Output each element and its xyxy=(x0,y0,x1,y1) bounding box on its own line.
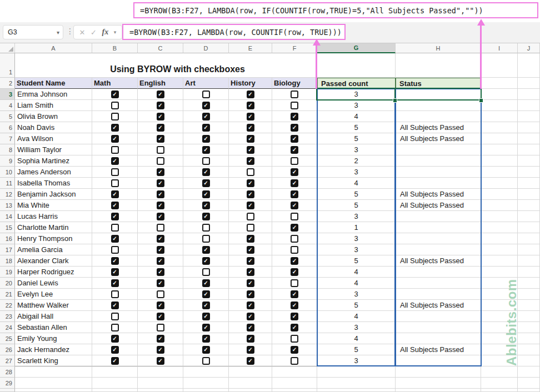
checkbox-F8-checked[interactable]: ✓ xyxy=(291,146,298,154)
checkbox-B25-checked[interactable]: ✓ xyxy=(111,335,119,343)
cell-C9[interactable] xyxy=(138,155,183,167)
cell-A3[interactable]: Emma Johnson xyxy=(15,89,92,100)
cell-I4[interactable] xyxy=(481,100,518,111)
checkbox-B17-unchecked[interactable] xyxy=(111,246,119,254)
cell-B15[interactable] xyxy=(92,222,138,233)
cell-G14[interactable]: 3 xyxy=(317,211,396,222)
row-header-10[interactable]: 10 xyxy=(0,167,15,178)
cell-H17[interactable] xyxy=(396,244,481,255)
cell-G5[interactable]: 4 xyxy=(317,111,396,122)
cell-E16[interactable]: ✓ xyxy=(229,233,272,244)
cell-C5[interactable]: ✓ xyxy=(138,111,183,122)
row-header-1[interactable]: 1 xyxy=(0,53,15,78)
cell-H15[interactable] xyxy=(396,222,481,233)
cell-E21[interactable]: ✓ xyxy=(229,289,272,300)
cell-D19[interactable] xyxy=(183,267,229,278)
header-status[interactable]: Status xyxy=(396,78,481,89)
cell-A14[interactable]: Lucas Harris xyxy=(15,211,92,222)
checkbox-D24-checked[interactable]: ✓ xyxy=(202,324,210,331)
cell-G8[interactable]: 3 xyxy=(317,144,396,155)
cell-H24[interactable] xyxy=(396,322,481,333)
checkbox-D18-checked[interactable]: ✓ xyxy=(202,257,210,265)
cell-H25[interactable] xyxy=(396,333,481,344)
row-header-12[interactable]: 12 xyxy=(0,189,15,200)
cell-F16[interactable] xyxy=(272,233,317,244)
cell-C19[interactable]: ✓ xyxy=(138,267,183,278)
checkbox-E12-checked[interactable]: ✓ xyxy=(247,190,254,198)
cell-F25[interactable] xyxy=(272,333,317,344)
checkbox-E16-checked[interactable]: ✓ xyxy=(247,235,254,243)
checkbox-E23-checked[interactable]: ✓ xyxy=(247,313,254,320)
cell-J22[interactable] xyxy=(518,300,540,311)
checkbox-E10-unchecked[interactable] xyxy=(247,168,254,176)
checkbox-F16-unchecked[interactable] xyxy=(291,235,298,243)
checkbox-B15-unchecked[interactable] xyxy=(111,224,119,232)
checkbox-B19-checked[interactable]: ✓ xyxy=(111,268,119,276)
cell-H10[interactable] xyxy=(396,167,481,178)
checkbox-B21-unchecked[interactable] xyxy=(111,290,119,298)
checkbox-E9-checked[interactable]: ✓ xyxy=(247,157,254,165)
checkbox-F24-checked[interactable]: ✓ xyxy=(291,324,298,331)
row-header-13[interactable]: 13 xyxy=(0,200,15,211)
cell-J1[interactable] xyxy=(518,53,540,78)
checkbox-B24-unchecked[interactable] xyxy=(111,324,119,331)
cell-F4[interactable] xyxy=(272,100,317,111)
cell-D26[interactable]: ✓ xyxy=(183,344,229,355)
cell-H8[interactable] xyxy=(396,144,481,155)
cell-C6[interactable]: ✓ xyxy=(138,122,183,133)
cell-H12[interactable]: All Subjects Passed xyxy=(396,189,481,200)
cell-I10[interactable] xyxy=(481,167,518,178)
checkbox-B13-checked[interactable]: ✓ xyxy=(111,202,119,209)
checkbox-B8-unchecked[interactable] xyxy=(111,146,119,154)
header-subject-biology[interactable]: Biology xyxy=(272,78,317,89)
cell-G15[interactable]: 1 xyxy=(317,222,396,233)
cell-G3[interactable]: 3 xyxy=(317,89,396,100)
checkbox-E11-checked[interactable]: ✓ xyxy=(247,179,254,187)
cell-D22[interactable]: ✓ xyxy=(183,300,229,311)
checkbox-C6-checked[interactable]: ✓ xyxy=(157,124,164,132)
cell-F27[interactable] xyxy=(272,355,317,366)
cell-C21[interactable] xyxy=(138,289,183,300)
checkbox-C20-checked[interactable]: ✓ xyxy=(157,279,164,287)
row-header-27[interactable]: 27 xyxy=(0,355,15,366)
cell-I16[interactable] xyxy=(481,233,518,244)
cell-G21[interactable]: 3 xyxy=(317,289,396,300)
cell-E12[interactable]: ✓ xyxy=(229,189,272,200)
cell-G12[interactable]: 5 xyxy=(317,189,396,200)
name-box[interactable]: G3 ▾ xyxy=(3,25,63,39)
header-subject-math[interactable]: Math xyxy=(92,78,138,89)
cell-H11[interactable] xyxy=(396,178,481,189)
checkbox-C18-checked[interactable]: ✓ xyxy=(157,257,164,265)
cell-D13[interactable]: ✓ xyxy=(183,200,229,211)
cell-J27[interactable] xyxy=(518,355,540,366)
row-header-[interactable] xyxy=(0,389,15,392)
checkbox-D22-checked[interactable]: ✓ xyxy=(202,301,210,309)
cell-D28[interactable] xyxy=(183,366,229,378)
cell-J25[interactable] xyxy=(518,333,540,344)
cell-F18[interactable]: ✓ xyxy=(272,255,317,267)
checkbox-C11-checked[interactable]: ✓ xyxy=(157,179,164,187)
cell-I2[interactable] xyxy=(481,78,518,89)
cell-F28[interactable] xyxy=(272,366,317,378)
cell-E13[interactable]: ✓ xyxy=(229,200,272,211)
checkbox-C13-checked[interactable]: ✓ xyxy=(157,202,164,209)
cell-E15[interactable] xyxy=(229,222,272,233)
checkbox-F4-unchecked[interactable] xyxy=(291,102,298,109)
header-subject-art[interactable]: Art xyxy=(183,78,229,89)
cell-A20[interactable]: Daniel Lewis xyxy=(15,278,92,289)
cell-B11[interactable] xyxy=(92,178,138,189)
cell-D25[interactable]: ✓ xyxy=(183,333,229,344)
column-header-C[interactable]: C xyxy=(138,43,183,53)
select-all-corner[interactable] xyxy=(0,43,15,53)
cell-E8[interactable]: ✓ xyxy=(229,144,272,155)
column-header-A[interactable]: A xyxy=(15,43,92,53)
checkbox-F18-checked[interactable]: ✓ xyxy=(291,257,298,265)
checkbox-C27-checked[interactable]: ✓ xyxy=(157,357,164,365)
cell-H6[interactable]: All Subjects Passed xyxy=(396,122,481,133)
cell-C16[interactable]: ✓ xyxy=(138,233,183,244)
cell-J14[interactable] xyxy=(518,211,540,222)
cell-J15[interactable] xyxy=(518,222,540,233)
checkbox-F5-checked[interactable]: ✓ xyxy=(291,113,298,120)
cell-E20[interactable]: ✓ xyxy=(229,278,272,289)
checkbox-E6-checked[interactable]: ✓ xyxy=(247,124,254,132)
